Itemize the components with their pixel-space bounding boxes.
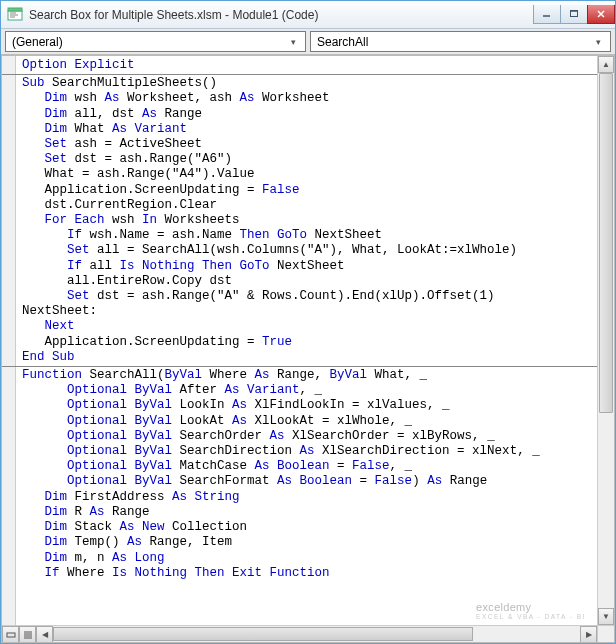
full-module-view-button[interactable] bbox=[19, 626, 36, 643]
object-dropdown[interactable]: (General) ▾ bbox=[5, 31, 306, 52]
code-line[interactable]: Optional ByVal SearchFormat As Boolean =… bbox=[22, 474, 597, 489]
scroll-right-button[interactable]: ▶ bbox=[580, 626, 597, 643]
code-line[interactable]: Dim Temp() As Range, Item bbox=[22, 535, 597, 550]
vertical-scrollbar[interactable]: ▲ ▼ bbox=[597, 56, 614, 625]
code-line[interactable]: Dim R As Range bbox=[22, 505, 597, 520]
code-line[interactable]: Set all = SearchAll(wsh.Columns("A"), Wh… bbox=[22, 243, 597, 258]
code-line[interactable]: Dim Stack As New Collection bbox=[22, 520, 597, 535]
code-line[interactable]: For Each wsh In Worksheets bbox=[22, 213, 597, 228]
vbe-window: Search Box for Multiple Sheets.xlsm - Mo… bbox=[0, 0, 616, 644]
object-dropdown-value: (General) bbox=[12, 35, 285, 49]
code-line[interactable]: Optional ByVal LookIn As XlFindLookIn = … bbox=[22, 398, 597, 413]
scroll-left-button[interactable]: ◀ bbox=[36, 626, 53, 643]
horizontal-scroll-thumb[interactable] bbox=[53, 627, 473, 641]
window-title: Search Box for Multiple Sheets.xlsm - Mo… bbox=[29, 8, 534, 22]
code-line[interactable]: Dim FirstAddress As String bbox=[22, 490, 597, 505]
titlebar[interactable]: Search Box for Multiple Sheets.xlsm - Mo… bbox=[1, 1, 615, 29]
code-line[interactable]: If wsh.Name = ash.Name Then GoTo NextShe… bbox=[22, 228, 597, 243]
code-line[interactable]: If all Is Nothing Then GoTo NextSheet bbox=[22, 259, 597, 274]
horizontal-scrollbar[interactable]: ◀ ▶ bbox=[2, 625, 597, 642]
svg-rect-1 bbox=[8, 8, 22, 11]
code-line[interactable]: Dim m, n As Long bbox=[22, 551, 597, 566]
code-line[interactable]: Sub SearchMultipleSheets() bbox=[22, 76, 597, 91]
code-line[interactable]: Next bbox=[22, 319, 597, 334]
code-line[interactable]: If Where Is Nothing Then Exit Function bbox=[22, 566, 597, 581]
code-line[interactable]: Set ash = ActiveSheet bbox=[22, 137, 597, 152]
procedure-dropdown-value: SearchAll bbox=[317, 35, 590, 49]
code-nav-bar: (General) ▾ SearchAll ▾ bbox=[1, 29, 615, 55]
procedure-dropdown[interactable]: SearchAll ▾ bbox=[310, 31, 611, 52]
code-line[interactable]: Optional ByVal After As Variant, _ bbox=[22, 383, 597, 398]
code-line[interactable]: End Sub bbox=[22, 350, 597, 365]
horizontal-scroll-track[interactable] bbox=[53, 626, 580, 642]
code-line[interactable]: Optional ByVal MatchCase As Boolean = Fa… bbox=[22, 459, 597, 474]
chevron-down-icon: ▾ bbox=[285, 32, 301, 51]
code-line[interactable]: all.EntireRow.Copy dst bbox=[22, 274, 597, 289]
code-line[interactable]: Set dst = ash.Range("A" & Rows.Count).En… bbox=[22, 289, 597, 304]
code-line[interactable]: What = ash.Range("A4").Value bbox=[22, 167, 597, 182]
vertical-scroll-thumb[interactable] bbox=[599, 73, 613, 413]
maximize-button[interactable] bbox=[560, 5, 588, 24]
close-button[interactable] bbox=[587, 5, 615, 24]
code-line[interactable]: Optional ByVal LookAt As XlLookAt = xlWh… bbox=[22, 414, 597, 429]
code-line[interactable]: Optional ByVal SearchDirection As XlSear… bbox=[22, 444, 597, 459]
code-line[interactable]: Dim wsh As Worksheet, ash As Worksheet bbox=[22, 91, 597, 106]
code-line[interactable]: Dim What As Variant bbox=[22, 122, 597, 137]
code-line[interactable]: Dim all, dst As Range bbox=[22, 107, 597, 122]
code-line[interactable]: Application.ScreenUpdating = False bbox=[22, 183, 597, 198]
code-line[interactable]: dst.CurrentRegion.Clear bbox=[22, 198, 597, 213]
procedure-view-button[interactable] bbox=[2, 626, 19, 643]
chevron-down-icon: ▾ bbox=[590, 32, 606, 51]
scroll-up-button[interactable]: ▲ bbox=[598, 56, 614, 73]
code-line[interactable]: NextSheet: bbox=[22, 304, 597, 319]
minimize-button[interactable] bbox=[533, 5, 561, 24]
code-line[interactable]: Application.ScreenUpdating = True bbox=[22, 335, 597, 350]
scroll-corner bbox=[597, 625, 614, 642]
code-line[interactable]: Option Explicit bbox=[22, 58, 597, 73]
code-editor[interactable]: Option ExplicitSub SearchMultipleSheets(… bbox=[2, 56, 597, 581]
code-line[interactable]: Optional ByVal SearchOrder As XlSearchOr… bbox=[22, 429, 597, 444]
code-line[interactable]: Function SearchAll(ByVal Where As Range,… bbox=[22, 368, 597, 383]
module-icon bbox=[7, 7, 23, 23]
code-pane: Option ExplicitSub SearchMultipleSheets(… bbox=[1, 55, 615, 643]
scroll-down-button[interactable]: ▼ bbox=[598, 608, 614, 625]
svg-rect-10 bbox=[7, 633, 15, 637]
code-line[interactable]: Set dst = ash.Range("A6") bbox=[22, 152, 597, 167]
